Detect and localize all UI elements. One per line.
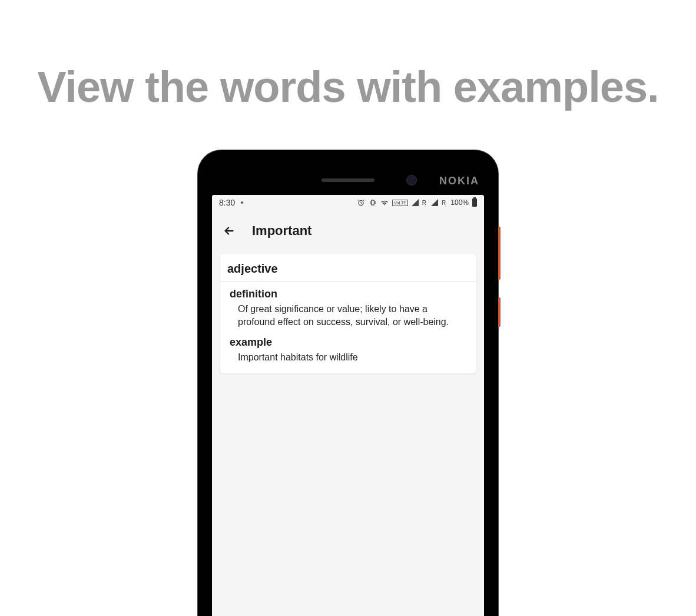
example-text: Important habitats for wildlife [230, 351, 466, 364]
word-card: adjective definition Of great significan… [220, 254, 476, 373]
page-title: Important [252, 223, 311, 239]
definition-section: definition Of great significance or valu… [220, 282, 476, 335]
phone-screen: 8:30 VoLTE R R [212, 195, 484, 616]
example-label: example [230, 336, 466, 349]
battery-percent: 100% [450, 198, 469, 207]
status-dot-icon [241, 201, 243, 204]
battery-icon [472, 198, 477, 207]
part-of-speech: adjective [220, 254, 476, 282]
wifi-icon [380, 198, 389, 207]
app-header: Important [212, 210, 484, 249]
phone-brand-label: NOKIA [439, 175, 479, 187]
phone-camera [406, 175, 417, 186]
alarm-icon [357, 198, 365, 207]
phone-side-button [498, 297, 501, 327]
vibrate-icon [369, 198, 377, 207]
svg-rect-1 [372, 200, 374, 205]
definition-label: definition [230, 288, 466, 300]
phone-body: NOKIA 8:30 VoLTE [204, 156, 492, 616]
back-button[interactable] [223, 224, 236, 237]
volte-icon: VoLTE [392, 200, 408, 206]
roaming-label: R [442, 200, 446, 206]
phone-side-button [498, 227, 501, 280]
phone-speaker [322, 178, 374, 182]
roaming-label: R [422, 200, 426, 206]
arrow-left-icon [223, 224, 236, 237]
phone-frame: NOKIA 8:30 VoLTE [198, 150, 498, 616]
signal-icon [431, 199, 438, 206]
definition-text: Of great significance or value; likely t… [230, 303, 466, 328]
example-section: example Important habitats for wildlife [220, 335, 476, 373]
status-time: 8:30 [219, 198, 235, 207]
signal-icon [412, 199, 419, 206]
promo-headline: View the words with examples. [0, 62, 696, 112]
status-bar: 8:30 VoLTE R R [212, 195, 484, 210]
